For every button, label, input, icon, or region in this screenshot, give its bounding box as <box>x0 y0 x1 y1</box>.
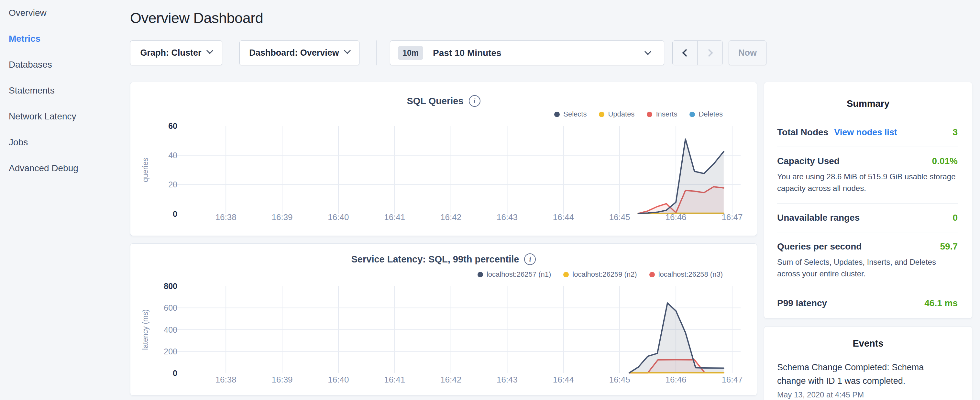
chevron-down-icon <box>344 47 351 54</box>
x-tick-label: 16:42 <box>440 375 461 384</box>
y-axis-label: latency (ms) <box>141 309 150 350</box>
x-tick-label: 16:45 <box>609 375 630 384</box>
summary-row-label: Unavailable ranges <box>777 213 860 223</box>
sidebar-item-advanced-debug[interactable]: Advanced Debug <box>0 155 125 181</box>
graph-dropdown[interactable]: Graph: Cluster <box>130 40 222 65</box>
x-tick-label: 16:44 <box>553 212 574 222</box>
summary-row-label: Queries per second <box>777 241 862 252</box>
view-nodes-list-link[interactable]: View nodes list <box>834 127 897 137</box>
graph-dropdown-label: Graph: Cluster <box>140 48 201 58</box>
summary-row: Total NodesView nodes list3 <box>777 118 958 147</box>
x-tick-label: 16:40 <box>328 375 349 384</box>
sidebar-item-databases[interactable]: Databases <box>0 52 125 78</box>
dashboard-dropdown-label: Dashboard: Overview <box>249 48 339 58</box>
summary-row-value: 59.7 <box>940 241 958 252</box>
y-tick-label: 40 <box>168 151 177 160</box>
x-tick-label: 16:47 <box>721 212 743 222</box>
y-tick-label: 20 <box>168 180 177 189</box>
time-range-dropdown[interactable]: 10m Past 10 Minutes <box>390 40 664 65</box>
summary-row: Queries per second59.7Sum of Selects, Up… <box>777 233 958 289</box>
events-panel: Events Schema Change Completed: Schema c… <box>764 326 972 400</box>
summary-row-label: Capacity Used <box>777 156 840 166</box>
chevron-left-icon <box>682 49 690 57</box>
time-range-badge: 10m <box>398 46 423 60</box>
x-tick-label: 16:45 <box>609 212 630 222</box>
event-timestamp: May 13, 2020 at 4:45 PM <box>777 390 958 399</box>
y-tick-label: 0 <box>173 369 177 378</box>
page-title: Overview Dashboard <box>130 10 263 27</box>
chevron-down-icon <box>644 48 651 55</box>
y-tick-label: 60 <box>168 121 177 131</box>
x-tick-label: 16:38 <box>215 212 237 222</box>
summary-row-label: P99 latency <box>777 298 827 308</box>
prev-range-button[interactable] <box>673 41 698 65</box>
sql-queries-chart-card: SQL Queries i SelectsUpdatesInsertsDelet… <box>130 82 757 236</box>
time-nav-buttons <box>672 40 723 65</box>
chevron-right-icon <box>705 49 713 57</box>
chevron-down-icon <box>206 47 213 54</box>
y-tick-label: 600 <box>164 303 177 312</box>
events-title: Events <box>764 338 972 349</box>
summary-row: Unavailable ranges0 <box>777 204 958 233</box>
x-tick-label: 16:40 <box>328 212 349 222</box>
x-tick-label: 16:43 <box>496 212 518 222</box>
sidebar-item-overview[interactable]: Overview <box>0 0 125 26</box>
x-tick-label: 16:44 <box>553 375 574 384</box>
x-tick-label: 16:46 <box>665 375 687 384</box>
events-list: Schema Change Completed: Schema change w… <box>777 360 958 399</box>
sidebar-item-statements[interactable]: Statements <box>0 78 125 104</box>
summary-panel: Summary Total NodesView nodes list3Capac… <box>764 82 972 319</box>
now-button-label: Now <box>738 48 757 58</box>
x-tick-label: 16:42 <box>440 212 461 222</box>
summary-title: Summary <box>764 98 972 109</box>
summary-row: Capacity Used0.01%You are using 28.6 MiB… <box>777 147 958 204</box>
summary-row-value: 0.01% <box>932 156 958 166</box>
summary-row-value: 46.1 ms <box>924 298 958 308</box>
sidebar-item-network-latency[interactable]: Network Latency <box>0 104 125 129</box>
time-range-label: Past 10 Minutes <box>433 48 501 58</box>
sidebar-item-jobs[interactable]: Jobs <box>0 129 125 155</box>
summary-row-value: 3 <box>953 127 958 137</box>
dashboard-dropdown[interactable]: Dashboard: Overview <box>239 40 360 65</box>
sql-queries-plot[interactable]: 16:3816:3916:4016:4116:4216:4316:4416:45… <box>130 82 757 236</box>
summary-row: P99 latency46.1 ms <box>777 289 958 317</box>
sidebar-nav: OverviewMetricsDatabasesStatementsNetwor… <box>0 0 125 400</box>
sidebar-item-metrics[interactable]: Metrics <box>0 26 125 52</box>
x-tick-label: 16:39 <box>272 212 293 222</box>
x-tick-label: 16:41 <box>384 212 405 222</box>
service-latency-plot[interactable]: 16:3816:3916:4016:4116:4216:4316:4416:45… <box>130 244 757 396</box>
x-tick-label: 16:39 <box>272 375 293 384</box>
x-tick-label: 16:47 <box>721 375 743 384</box>
summary-row-label: Total Nodes <box>777 127 828 137</box>
y-axis-label: queries <box>141 158 150 182</box>
service-latency-chart-card: Service Latency: SQL, 99th percentile i … <box>130 243 757 395</box>
y-tick-label: 400 <box>164 325 177 334</box>
summary-row-subtext: Sum of Selects, Updates, Inserts, and De… <box>777 256 958 280</box>
summary-row-value: 0 <box>953 213 958 223</box>
summary-row-subtext: You are using 28.6 MiB of 515.9 GiB usab… <box>777 171 958 194</box>
series-area-Selects <box>638 139 724 214</box>
next-range-button[interactable] <box>698 41 722 65</box>
now-button[interactable]: Now <box>729 40 767 65</box>
x-tick-label: 16:38 <box>215 375 237 384</box>
y-tick-label: 200 <box>164 347 177 356</box>
event-text: Schema Change Completed: Schema change w… <box>777 360 932 388</box>
y-tick-label: 800 <box>164 282 177 291</box>
x-tick-label: 16:41 <box>384 375 405 384</box>
y-tick-label: 0 <box>173 209 177 218</box>
toolbar-divider <box>376 40 377 65</box>
x-tick-label: 16:43 <box>496 375 518 384</box>
summary-rows: Total NodesView nodes list3Capacity Used… <box>777 118 958 317</box>
